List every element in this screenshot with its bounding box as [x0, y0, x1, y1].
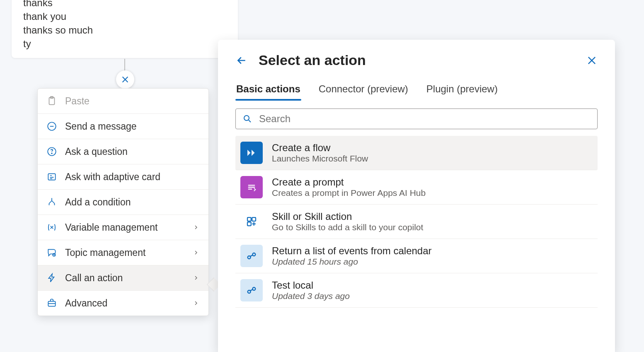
close-button[interactable] [586, 55, 598, 66]
trigger-phrase: ty [23, 37, 226, 51]
flow-run-icon [240, 279, 263, 301]
close-icon [586, 55, 598, 66]
action-title: Skill or Skill action [272, 211, 593, 222]
trigger-phrase: thank you [23, 10, 226, 23]
skill-icon [240, 210, 263, 233]
chevron-right-icon [193, 249, 200, 256]
prompt-icon [240, 176, 263, 198]
menu-label: Advanced [65, 298, 185, 309]
menu-item-advanced[interactable]: Advanced [38, 291, 208, 316]
menu-item-topic-management[interactable]: Topic management [38, 240, 208, 265]
svg-point-4 [51, 153, 52, 154]
menu-label: Ask a question [65, 146, 200, 157]
svg-rect-5 [48, 174, 55, 180]
svg-rect-11 [247, 222, 251, 226]
menu-item-ask-question[interactable]: Ask a question [38, 139, 208, 164]
menu-label: Variable management [65, 222, 185, 233]
svg-rect-10 [252, 217, 256, 221]
action-row-test-local[interactable]: Test local Updated 3 days ago [235, 273, 598, 308]
menu-label: Paste [65, 96, 200, 107]
variable-icon [46, 222, 58, 233]
svg-point-8 [244, 116, 249, 121]
tab-plugin[interactable]: Plugin (preview) [426, 81, 499, 101]
branch-icon [46, 196, 58, 208]
arrow-left-icon [235, 54, 248, 67]
question-icon [46, 146, 58, 157]
svg-rect-9 [247, 217, 251, 221]
menu-label: Topic management [65, 247, 185, 258]
action-row-calendar-events[interactable]: Return a list of events from calendar Up… [235, 239, 598, 273]
tab-basic-actions[interactable]: Basic actions [235, 81, 301, 101]
action-subtitle: Updated 3 days ago [272, 291, 593, 301]
chevron-right-icon [193, 300, 200, 306]
menu-label: Ask with adaptive card [65, 171, 200, 183]
action-title: Test local [272, 280, 593, 291]
action-list[interactable]: Create a flow Launches Microsoft Flow Cr… [235, 136, 598, 352]
search-box[interactable] [235, 108, 598, 129]
trigger-phrase: thanks so much [23, 23, 226, 37]
menu-item-add-condition[interactable]: Add a condition [38, 190, 208, 215]
action-subtitle: Updated 15 hours ago [272, 257, 593, 267]
action-title: Return a list of events from calendar [272, 245, 593, 257]
action-subtitle: Launches Microsoft Flow [272, 154, 593, 164]
menu-item-variable-management[interactable]: Variable management [38, 215, 208, 240]
card-icon [46, 171, 58, 183]
topic-icon [46, 247, 58, 258]
menu-label: Call an action [65, 272, 185, 284]
panel-title: Select an action [259, 52, 575, 68]
flow-run-icon [240, 245, 263, 267]
search-input[interactable] [259, 113, 591, 125]
flow-icon [240, 142, 263, 164]
chevron-right-icon [193, 275, 200, 281]
menu-item-adaptive-card[interactable]: Ask with adaptive card [38, 164, 208, 190]
close-node-button[interactable] [116, 70, 134, 89]
paste-icon [46, 95, 58, 107]
action-row-create-prompt[interactable]: Create a prompt Creates a prompt in Powe… [235, 170, 598, 205]
search-icon [242, 114, 252, 124]
menu-label: Add a condition [65, 197, 200, 208]
tabs: Basic actions Connector (preview) Plugin… [235, 81, 598, 101]
action-title: Create a prompt [272, 176, 593, 188]
action-title: Create a flow [272, 142, 593, 154]
message-icon [46, 121, 58, 132]
toolbox-icon [46, 297, 58, 309]
action-subtitle: Go to Skills to add a skill to your copi… [272, 222, 593, 232]
menu-item-send-message[interactable]: Send a message [38, 114, 208, 139]
chevron-right-icon [193, 224, 200, 231]
menu-item-call-action[interactable]: Call an action [38, 265, 208, 291]
action-row-skill[interactable]: Skill or Skill action Go to Skills to ad… [235, 205, 598, 239]
trigger-phrase: thanks [23, 0, 226, 10]
action-row-create-flow[interactable]: Create a flow Launches Microsoft Flow [235, 136, 598, 170]
lightning-icon [46, 272, 58, 284]
node-context-menu: Paste Send a message Ask a question Ask … [37, 88, 209, 316]
menu-label: Send a message [65, 121, 200, 132]
action-picker-panel: Select an action Basic actions Connector… [218, 40, 615, 352]
action-subtitle: Creates a prompt in Power Apps AI Hub [272, 188, 593, 198]
tab-connector[interactable]: Connector (preview) [318, 81, 409, 101]
back-button[interactable] [235, 54, 248, 67]
close-icon [121, 75, 130, 84]
trigger-node[interactable]: thanks thank you thanks so much ty [12, 0, 238, 58]
menu-item-paste[interactable]: Paste [38, 89, 208, 114]
